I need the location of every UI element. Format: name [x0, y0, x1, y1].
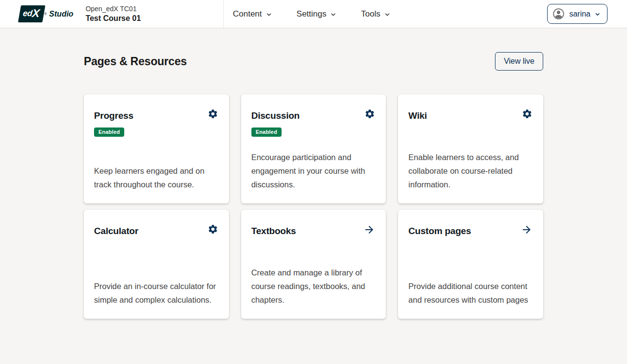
card-discussion[interactable]: Discussion Enabled Encourage participati… [241, 94, 386, 203]
course-title: Test Course 01 [86, 14, 141, 24]
user-menu-button[interactable]: sarina [547, 4, 608, 24]
card-calculator[interactable]: Calculator Provide an in-course calculat… [84, 210, 229, 319]
card-title: Progress [94, 109, 133, 121]
header-left-section: edX ® Studio Open_edX TC01 Test Course 0… [0, 0, 224, 28]
card-description: Enable learners to access, and collabora… [408, 150, 532, 191]
chevron-down-icon [330, 11, 337, 18]
nav-item-label: Settings [297, 9, 326, 19]
status-badge: Enabled [251, 127, 282, 137]
card-description: Provide an in-course calculator for simp… [94, 279, 218, 307]
studio-wordmark: Studio [49, 10, 74, 18]
header-spacer [391, 0, 548, 28]
user-name: sarina [569, 10, 590, 18]
registered-mark: ® [44, 12, 47, 16]
card-title: Calculator [94, 224, 138, 237]
course-info: Open_edX TC01 Test Course 01 [86, 4, 141, 24]
pages-resources-grid: Progress Enabled Keep learners engaged a… [84, 94, 543, 319]
card-title: Discussion [251, 109, 300, 121]
card-description: Encourage participation and engagement i… [251, 150, 376, 191]
card-title: Wiki [408, 109, 427, 121]
nav-item-label: Tools [361, 9, 380, 19]
nav-item-label: Content [233, 9, 262, 19]
settings-gear-icon[interactable] [208, 224, 218, 235]
nav-item-settings[interactable]: Settings [297, 9, 337, 19]
settings-gear-icon[interactable] [522, 109, 532, 119]
edx-studio-logo[interactable]: edX ® Studio [19, 5, 74, 22]
card-textbooks[interactable]: Textbooks Create and manage a library of… [241, 210, 386, 319]
card-title: Textbooks [251, 224, 296, 237]
settings-gear-icon[interactable] [208, 109, 218, 119]
chevron-down-icon [266, 11, 272, 18]
main-content: Pages & Resources View live Progress Ena… [84, 28, 543, 319]
studio-pages-resources-screen: edX ® Studio Open_edX TC01 Test Course 0… [0, 0, 627, 364]
nav-item-tools[interactable]: Tools [361, 9, 391, 19]
nav-item-content[interactable]: Content [233, 9, 272, 19]
settings-gear-icon[interactable] [364, 109, 375, 119]
avatar-icon [552, 7, 565, 20]
card-description: Provide additional course content and re… [408, 279, 532, 307]
chevron-down-icon [384, 11, 391, 18]
course-org-number: Open_edX TC01 [86, 4, 141, 13]
edx-logo-box: edX [18, 5, 45, 22]
arrow-forward-icon[interactable] [363, 224, 375, 236]
card-wiki[interactable]: Wiki Enable learners to access, and coll… [398, 94, 543, 203]
card-title: Custom pages [408, 224, 471, 237]
card-description: Create and manage a library of course re… [251, 266, 376, 307]
status-badge: Enabled [94, 127, 124, 137]
app-header: edX ® Studio Open_edX TC01 Test Course 0… [0, 0, 627, 28]
chevron-down-icon [594, 11, 601, 18]
arrow-forward-icon[interactable] [521, 224, 532, 236]
page-title: Pages & Resources [84, 55, 187, 68]
card-progress[interactable]: Progress Enabled Keep learners engaged a… [84, 94, 229, 203]
main-nav: Content Settings Tools [233, 0, 391, 28]
view-live-button[interactable]: View live [495, 52, 543, 71]
page-title-row: Pages & Resources View live [84, 52, 543, 71]
card-custom-pages[interactable]: Custom pages Provide additional course c… [398, 210, 543, 319]
card-description: Keep learners engaged and on track throu… [94, 164, 218, 191]
